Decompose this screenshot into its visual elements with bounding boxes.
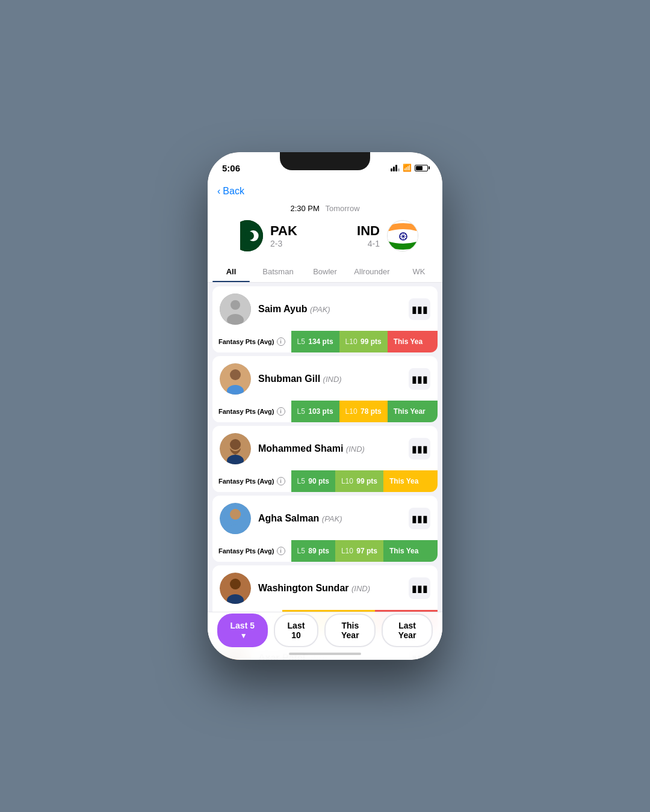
avatar-sundar [220,573,251,604]
l10-stat-salman: L10 97 pts [335,540,383,562]
app-header: ‹ Back 2:30 PM Tomorrow [208,179,442,261]
tab-wk[interactable]: WK [395,261,442,282]
player-name-saim: Saim Ayub [258,304,310,314]
filter-last10-button[interactable]: Last 10 [274,614,319,647]
player-card-salman: Agha Salman (PAK) ▮▮▮ Fantasy Pts (Avg) … [212,496,438,562]
scroll-content: Saim Ayub (PAK) ▮▮▮ Fantasy Pts (Avg) i … [208,283,442,660]
ind-team-info: IND 4-1 [357,223,380,248]
player-header-saim: Saim Ayub (PAK) ▮▮▮ [212,286,438,331]
stats-label-salman: Fantasy Pts (Avg) i [212,540,291,562]
stats-label-shami: Fantasy Pts (Avg) i [212,470,291,492]
battery-icon [415,165,428,171]
player-header-sundar: Washington Sundar (IND) ▮▮▮ [212,565,438,610]
l5-stat-saim: L5 134 pts [291,331,339,352]
thisyear-stat-salman: This Yea [383,540,438,562]
back-label: Back [223,186,244,197]
l5-stat-gill: L5 103 pts [291,401,339,422]
stats-icon-shami[interactable]: ▮▮▮ [409,438,430,460]
avatar-gill [220,363,251,395]
avatar-salman [220,503,251,534]
player-team-saim: (PAK) [310,305,330,314]
thisyear-stat-gill: This Year [388,401,438,422]
player-info-saim: Saim Ayub (PAK) [258,304,401,315]
svg-point-15 [231,300,240,310]
svg-point-27 [230,579,241,589]
player-card-saim: Saim Ayub (PAK) ▮▮▮ Fantasy Pts (Avg) i … [212,286,438,352]
pak-code: PAK [270,223,297,239]
player-team-shami: (IND) [346,444,365,454]
player-card-gill: Shubman Gill (IND) ▮▮▮ Fantasy Pts (Avg)… [212,356,438,422]
player-tabs: All Batsman Bowler Allrounder WK [208,261,442,283]
svg-point-18 [230,369,241,380]
ind-record: 4-1 [357,239,380,248]
filter-last5-button[interactable]: Last 5 ▼ [217,614,268,647]
pak-team-info: PAK 2-3 [270,223,297,248]
pak-flag [232,220,263,251]
stats-icon-salman[interactable]: ▮▮▮ [409,508,430,529]
player-info-gill: Shubman Gill (IND) [258,374,401,384]
player-card-shami: Mohammed Shami (IND) ▮▮▮ Fantasy Pts (Av… [212,426,438,492]
match-time-value: 2:30 PM [290,204,319,213]
stats-icon-sundar[interactable]: ▮▮▮ [409,577,430,599]
match-day: Tomorrow [325,204,359,213]
svg-point-21 [230,439,241,450]
tab-allrounder[interactable]: Allrounder [348,261,395,282]
status-time: 5:06 [222,163,240,173]
team-pak: PAK 2-3 [232,220,297,251]
pak-record: 2-3 [270,239,297,248]
player-header-salman: Agha Salman (PAK) ▮▮▮ [212,496,438,540]
signal-icon [391,165,400,171]
match-time: 2:30 PM Tomorrow [217,199,433,215]
wifi-icon: 📶 [403,164,412,172]
ind-flag [387,220,418,251]
home-indicator [289,653,361,655]
avatar-shami [220,433,251,464]
player-info-shami: Mohammed Shami (IND) [258,443,401,454]
tab-all[interactable]: All [208,261,255,282]
player-name-shami: Mohammed Shami [258,443,346,454]
l5-stat-shami: L5 90 pts [291,470,335,492]
stats-label-saim: Fantasy Pts (Avg) i [212,331,291,352]
thisyear-stat-shami: This Yea [383,470,438,492]
phone-frame: 5:06 📶 ‹ Back 2:30 PM [208,152,442,660]
filter-lastyear-button[interactable]: Last Year [382,614,433,647]
stats-bar-gill: Fantasy Pts (Avg) i L5 103 pts L10 78 pt… [212,401,438,422]
player-team-gill: (IND) [323,375,342,384]
l10-stat-saim: L10 99 pts [339,331,388,352]
stats-bar-saim: Fantasy Pts (Avg) i L5 134 pts L10 99 pt… [212,331,438,352]
notch [280,152,370,170]
l5-stat-salman: L5 89 pts [291,540,335,562]
filter-thisyear-button[interactable]: This Year [324,614,376,647]
player-info-sundar: Washington Sundar (IND) [258,583,401,594]
stats-icon-gill[interactable]: ▮▮▮ [409,368,430,390]
ind-code: IND [357,223,380,239]
stats-bar-salman: Fantasy Pts (Avg) i L5 89 pts L10 97 pts… [212,540,438,562]
player-name-gill: Shubman Gill [258,374,323,384]
back-button[interactable]: ‹ Back [217,183,433,199]
stats-label-gill: Fantasy Pts (Avg) i [212,401,291,422]
stats-icon-saim[interactable]: ▮▮▮ [409,298,430,320]
player-header-shami: Mohammed Shami (IND) ▮▮▮ [212,426,438,470]
match-info: PAK 2-3 IND 4-1 [217,215,433,261]
info-icon-gill[interactable]: i [277,407,285,416]
player-team-sundar: (IND) [351,584,370,593]
svg-rect-1 [232,220,240,251]
phone-screen: 5:06 📶 ‹ Back 2:30 PM [208,152,442,660]
team-ind: IND 4-1 [357,220,418,251]
tab-bowler[interactable]: Bowler [302,261,348,282]
player-info-salman: Agha Salman (PAK) [258,513,401,524]
player-name-salman: Agha Salman [258,513,322,523]
player-header-gill: Shubman Gill (IND) ▮▮▮ [212,356,438,401]
info-icon-saim[interactable]: i [277,337,285,346]
info-icon-shami[interactable]: i [277,477,285,485]
player-name-sundar: Washington Sundar [258,583,351,593]
down-arrow-icon: ▼ [240,632,247,640]
avatar-saim [220,294,251,325]
stats-bar-shami: Fantasy Pts (Avg) i L5 90 pts L10 99 pts… [212,470,438,492]
thisyear-stat-saim: This Yea [388,331,438,352]
chevron-left-icon: ‹ [217,186,220,197]
player-team-salman: (PAK) [322,514,342,523]
l10-stat-shami: L10 99 pts [335,470,383,492]
info-icon-salman[interactable]: i [277,547,285,555]
tab-batsman[interactable]: Batsman [255,261,302,282]
